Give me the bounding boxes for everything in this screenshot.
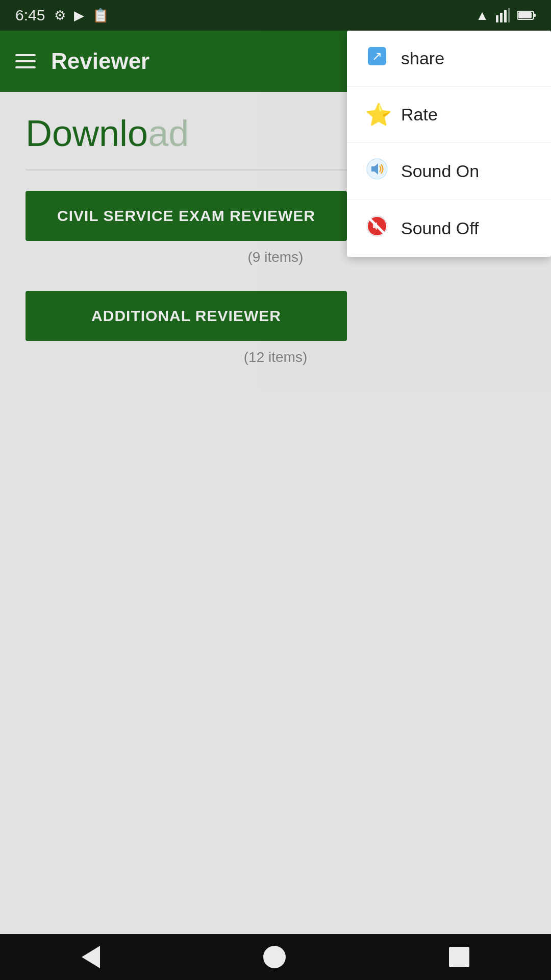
share-icon: ↗ <box>365 46 389 71</box>
menu-item-sound-on[interactable]: Sound On <box>347 143 551 200</box>
svg-text:↗: ↗ <box>372 49 382 63</box>
share-label: share <box>401 48 444 68</box>
sound-off-icon <box>365 215 389 241</box>
menu-item-share[interactable]: ↗ share <box>347 31 551 87</box>
star-icon: ⭐ <box>365 102 389 127</box>
sound-off-label: Sound Off <box>401 218 479 238</box>
menu-item-sound-off[interactable]: Sound Off <box>347 200 551 257</box>
dropdown-menu: ↗ share ⭐ Rate Sound On <box>347 31 551 257</box>
menu-item-rate[interactable]: ⭐ Rate <box>347 87 551 143</box>
rate-label: Rate <box>401 105 438 125</box>
sound-on-label: Sound On <box>401 161 479 181</box>
sound-on-icon <box>365 158 389 184</box>
